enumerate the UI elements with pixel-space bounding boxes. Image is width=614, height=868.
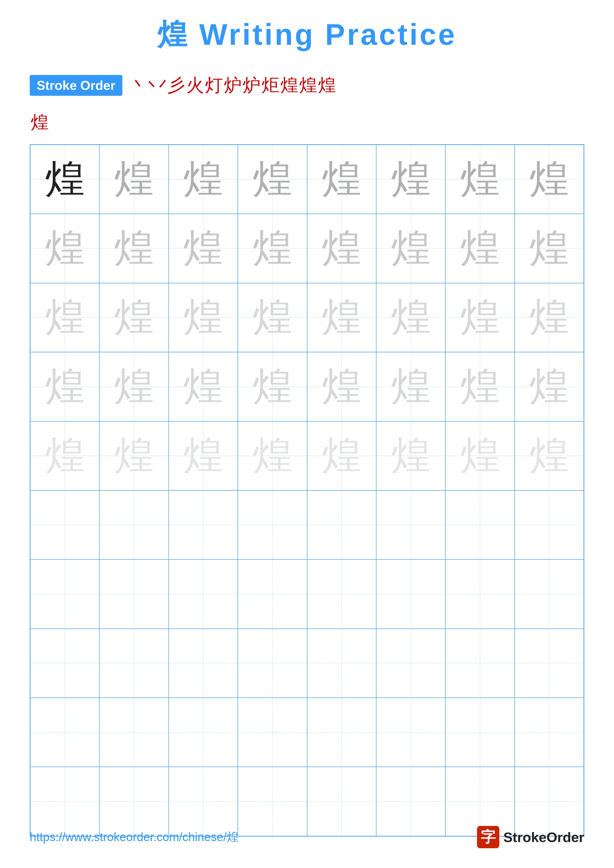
grid-cell-r10c6[interactable] [376,767,445,836]
grid-cell-r5c4[interactable]: 煌 [238,422,307,490]
grid-cell-r10c5[interactable] [307,767,376,836]
grid-cell-r4c4[interactable]: 煌 [238,352,307,421]
grid-cell-r10c3[interactable] [169,767,238,836]
char-r1c1: 煌 [45,160,85,199]
grid-cell-r10c8[interactable] [515,767,584,836]
grid-cell-r4c5[interactable]: 煌 [307,352,376,421]
grid-cell-r4c2[interactable]: 煌 [99,352,168,421]
stroke-2: 丷 [149,76,166,94]
grid-cell-r9c8[interactable] [515,698,584,767]
grid-cell-r4c8[interactable]: 煌 [515,352,584,421]
grid-cell-r6c4[interactable] [238,490,307,560]
char-r4c1: 煌 [45,367,85,406]
char-r5c2: 煌 [114,436,154,476]
grid-cell-r8c6[interactable] [376,629,445,698]
grid-cell-r7c4[interactable] [238,560,307,628]
grid-cell-r3c6[interactable]: 煌 [376,283,445,352]
grid-cell-r7c1[interactable] [30,560,99,628]
grid-cell-r3c7[interactable]: 煌 [445,283,515,352]
char-r2c2: 煌 [114,229,154,268]
page-title: 煌 Writing Practice [30,15,584,55]
grid-cell-r9c4[interactable] [238,698,307,767]
grid-cell-r8c8[interactable] [515,629,584,698]
grid-cell-r4c7[interactable]: 煌 [445,352,515,421]
grid-cell-r9c7[interactable] [445,698,515,767]
grid-cell-r5c8[interactable]: 煌 [515,422,584,490]
char-r3c8: 煌 [529,298,569,337]
grid-cell-r1c7[interactable]: 煌 [445,145,515,214]
grid-cell-r9c3[interactable] [169,698,238,767]
grid-cell-r8c7[interactable] [445,629,515,698]
grid-cell-r1c3[interactable]: 煌 [169,145,238,214]
grid-cell-r2c8[interactable]: 煌 [515,214,584,283]
char-r5c3: 煌 [183,436,223,476]
grid-cell-r7c7[interactable] [445,560,515,628]
grid-cell-r7c5[interactable] [307,560,376,628]
grid-cell-r10c1[interactable] [30,767,99,836]
char-r5c5: 煌 [322,436,361,476]
grid-cell-r6c2[interactable] [99,490,168,560]
char-r4c4: 煌 [253,367,292,406]
char-r3c5: 煌 [322,298,361,337]
grid-cell-r8c2[interactable] [99,629,168,698]
grid-cell-r2c2[interactable]: 煌 [99,214,168,283]
grid-cell-r2c7[interactable]: 煌 [445,214,515,283]
grid-cell-r8c3[interactable] [169,629,238,698]
writing-grid: 煌 煌 煌 煌 煌 煌 煌 煌 煌 煌 煌 煌 煌 煌 煌 煌 [30,144,584,837]
char-r4c7: 煌 [460,367,500,406]
grid-cell-r2c1[interactable]: 煌 [30,214,99,283]
char-r3c4: 煌 [253,298,292,337]
grid-cell-r1c2[interactable]: 煌 [99,145,168,214]
grid-cell-r9c2[interactable] [99,698,168,767]
grid-cell-r3c5[interactable]: 煌 [307,283,376,352]
grid-cell-r3c3[interactable]: 煌 [169,283,238,352]
grid-cell-r8c4[interactable] [238,629,307,698]
char-r1c4: 煌 [253,160,292,199]
grid-cell-r6c5[interactable] [307,490,376,560]
grid-cell-r7c6[interactable] [376,560,445,628]
grid-cell-r2c6[interactable]: 煌 [376,214,445,283]
grid-cell-r2c5[interactable]: 煌 [307,214,376,283]
grid-cell-r2c4[interactable]: 煌 [238,214,307,283]
grid-cell-r1c4[interactable]: 煌 [238,145,307,214]
grid-cell-r3c2[interactable]: 煌 [99,283,168,352]
grid-cell-r3c4[interactable]: 煌 [238,283,307,352]
grid-cell-r10c4[interactable] [238,767,307,836]
grid-cell-r5c2[interactable]: 煌 [99,422,168,490]
grid-cell-r1c8[interactable]: 煌 [515,145,584,214]
grid-cell-r5c3[interactable]: 煌 [169,422,238,490]
grid-cell-r6c7[interactable] [445,490,515,560]
grid-cell-r5c6[interactable]: 煌 [376,422,445,490]
char-r2c4: 煌 [253,229,292,268]
char-r1c7: 煌 [460,160,500,199]
grid-cell-r5c1[interactable]: 煌 [30,422,99,490]
grid-cell-r8c5[interactable] [307,629,376,698]
grid-cell-r1c6[interactable]: 煌 [376,145,445,214]
grid-cell-r5c7[interactable]: 煌 [445,422,515,490]
grid-cell-r4c3[interactable]: 煌 [169,352,238,421]
grid-cell-r3c1[interactable]: 煌 [30,283,99,352]
grid-cell-r4c1[interactable]: 煌 [30,352,99,421]
grid-cell-r4c6[interactable]: 煌 [376,352,445,421]
footer-url[interactable]: https://www.strokeorder.com/chinese/煌 [30,829,238,845]
grid-cell-r10c2[interactable] [99,767,168,836]
grid-cell-r10c7[interactable] [445,767,515,836]
char-r2c7: 煌 [460,229,500,268]
grid-cell-r6c8[interactable] [515,490,584,560]
grid-cell-r2c3[interactable]: 煌 [169,214,238,283]
grid-cell-r9c5[interactable] [307,698,376,767]
grid-cell-r8c1[interactable] [30,629,99,698]
grid-cell-r3c8[interactable]: 煌 [515,283,584,352]
grid-cell-r7c2[interactable] [99,560,168,628]
grid-cell-r1c5[interactable]: 煌 [307,145,376,214]
char-r1c8: 煌 [529,160,569,199]
grid-cell-r6c3[interactable] [169,490,238,560]
grid-cell-r5c5[interactable]: 煌 [307,422,376,490]
grid-cell-r9c1[interactable] [30,698,99,767]
grid-cell-r7c3[interactable] [169,560,238,628]
grid-cell-r7c8[interactable] [515,560,584,628]
grid-cell-r6c1[interactable] [30,490,99,560]
grid-cell-r6c6[interactable] [376,490,445,560]
grid-cell-r9c6[interactable] [376,698,445,767]
grid-cell-r1c1[interactable]: 煌 [30,145,99,214]
